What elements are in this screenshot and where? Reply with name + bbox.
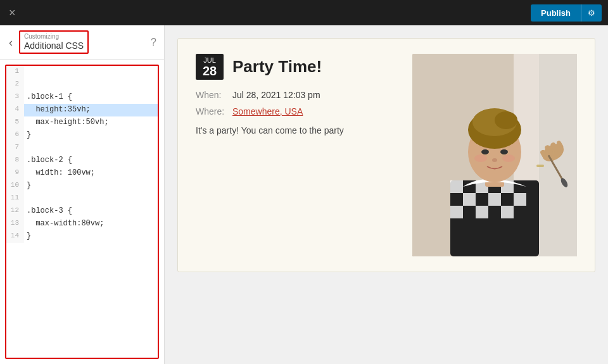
- event-title-row: Jul 28 Party Time!: [196, 54, 400, 80]
- svg-rect-12: [501, 206, 514, 218]
- line-number: 3: [6, 91, 24, 104]
- svg-point-19: [500, 149, 508, 154]
- event-title: Party Time!: [232, 57, 322, 77]
- svg-point-21: [474, 154, 487, 162]
- preview-content: Jul 28 Party Time! When: Jul 28, 2021 12…: [178, 39, 595, 272]
- code-line: 11: [6, 192, 158, 205]
- line-content: max-height:50vh;: [24, 116, 158, 129]
- code-line: 10}: [6, 180, 158, 192]
- line-content: max-width:80vw;: [24, 218, 158, 230]
- code-line: 14}: [6, 230, 158, 243]
- line-number: 14: [6, 230, 24, 243]
- main-layout: ‹ Customizing Additional CSS ? 123.block…: [0, 25, 608, 364]
- code-line: 6}: [6, 129, 158, 142]
- help-button[interactable]: ?: [151, 37, 156, 48]
- where-row: Where: Somewhere, USA: [196, 106, 400, 116]
- customizing-label: Customizing: [24, 33, 84, 40]
- svg-rect-7: [463, 193, 476, 206]
- settings-button[interactable]: ⚙: [581, 4, 602, 22]
- svg-rect-10: [450, 206, 463, 218]
- svg-rect-11: [476, 206, 488, 218]
- preview-right: [412, 54, 577, 256]
- line-content: .block-2 {: [24, 154, 158, 167]
- svg-rect-8: [488, 193, 501, 206]
- when-label: When:: [196, 90, 227, 100]
- where-link[interactable]: Somewhere, USA: [232, 106, 303, 116]
- svg-rect-9: [514, 193, 526, 206]
- line-content: }: [24, 180, 158, 192]
- line-content: [24, 142, 158, 154]
- when-value: Jul 28, 2021 12:03 pm: [232, 90, 320, 100]
- top-bar: × Publish ⚙: [0, 0, 608, 25]
- preview-left: Jul 28 Party Time! When: Jul 28, 2021 12…: [196, 54, 400, 135]
- svg-rect-4: [450, 180, 463, 193]
- line-number: 4: [6, 104, 24, 116]
- code-line: 13 max-width:80vw;: [6, 218, 158, 230]
- date-badge-day: 28: [201, 65, 218, 77]
- line-content: height:35vh;: [24, 104, 158, 116]
- line-content: [24, 192, 158, 205]
- svg-rect-30: [536, 165, 544, 167]
- code-line: 2: [6, 78, 158, 91]
- svg-point-22: [502, 154, 515, 162]
- preview-image: [412, 54, 577, 256]
- sidebar: ‹ Customizing Additional CSS ? 123.block…: [0, 25, 165, 364]
- line-number: 12: [6, 205, 24, 218]
- code-line: 4 height:35vh;: [6, 104, 158, 116]
- line-number: 8: [6, 154, 24, 167]
- code-line: 8.block-2 {: [6, 154, 158, 167]
- line-number: 11: [6, 192, 24, 205]
- sidebar-header: ‹ Customizing Additional CSS ?: [0, 25, 164, 60]
- back-button[interactable]: ‹: [8, 35, 14, 49]
- code-line: 3.block-1 {: [6, 91, 158, 104]
- publish-button[interactable]: Publish: [531, 4, 581, 22]
- line-number: 10: [6, 180, 24, 192]
- line-content: .block-1 {: [24, 91, 158, 104]
- code-line: 7: [6, 142, 158, 154]
- code-line: 9 width: 100vw;: [6, 167, 158, 180]
- top-bar-left: ×: [6, 4, 18, 21]
- code-line: 5 max-height:50vh;: [6, 116, 158, 129]
- svg-point-18: [481, 149, 489, 154]
- date-badge: Jul 28: [196, 54, 224, 80]
- code-line: 12.block-3 {: [6, 205, 158, 218]
- line-content: }: [24, 129, 158, 142]
- line-number: 2: [6, 78, 24, 91]
- svg-point-20: [492, 158, 497, 162]
- sidebar-title-group: Customizing Additional CSS: [19, 30, 89, 54]
- line-content: [24, 78, 158, 91]
- line-number: 5: [6, 116, 24, 129]
- line-number: 1: [6, 66, 24, 78]
- line-number: 9: [6, 167, 24, 180]
- when-row: When: Jul 28, 2021 12:03 pm: [196, 90, 400, 100]
- line-number: 13: [6, 218, 24, 230]
- line-content: .block-3 {: [24, 205, 158, 218]
- code-line: 1: [6, 66, 158, 78]
- line-number: 7: [6, 142, 24, 154]
- line-content: }: [24, 230, 158, 243]
- svg-rect-3: [450, 180, 539, 256]
- sidebar-header-left: ‹ Customizing Additional CSS: [8, 30, 89, 54]
- publish-group: Publish ⚙: [531, 4, 602, 22]
- line-content: [24, 66, 158, 78]
- where-label: Where:: [196, 106, 227, 116]
- preview-card: Jul 28 Party Time! When: Jul 28, 2021 12…: [177, 38, 595, 272]
- code-editor[interactable]: 123.block-1 {4 height:35vh;5 max-height:…: [5, 65, 159, 359]
- svg-point-17: [495, 111, 517, 129]
- sidebar-title: Additional CSS: [24, 41, 84, 51]
- event-description: It's a party! You can come to the party: [196, 125, 400, 135]
- line-number: 6: [6, 129, 24, 142]
- line-content: width: 100vw;: [24, 167, 158, 180]
- preview-area: Jul 28 Party Time! When: Jul 28, 2021 12…: [165, 25, 608, 364]
- close-button[interactable]: ×: [6, 4, 18, 21]
